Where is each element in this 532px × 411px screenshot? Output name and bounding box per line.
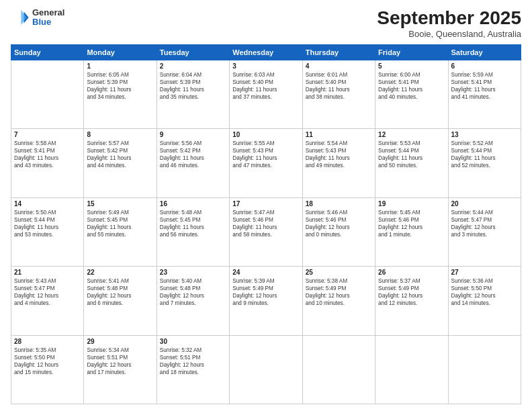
weekday-header-saturday: Saturday <box>448 44 521 60</box>
cell-info: Sunrise: 5:37 AM Sunset: 5:49 PM Dayligh… <box>378 277 445 307</box>
weekday-header-monday: Monday <box>84 44 157 60</box>
calendar-cell: 29Sunrise: 5:34 AM Sunset: 5:51 PM Dayli… <box>84 335 157 404</box>
day-number: 25 <box>306 269 372 276</box>
day-number: 19 <box>378 200 445 208</box>
cell-info: Sunrise: 5:49 AM Sunset: 5:45 PM Dayligh… <box>87 209 153 238</box>
calendar-cell: 3Sunrise: 6:03 AM Sunset: 5:40 PM Daylig… <box>230 60 302 128</box>
calendar-cell: 7Sunrise: 5:58 AM Sunset: 5:41 PM Daylig… <box>11 129 84 197</box>
day-number: 16 <box>160 200 226 208</box>
day-number: 21 <box>14 269 81 276</box>
cell-info: Sunrise: 5:58 AM Sunset: 5:41 PM Dayligh… <box>14 140 81 169</box>
svg-marker-1 <box>21 10 26 25</box>
day-number: 29 <box>87 338 153 345</box>
day-number: 12 <box>378 131 445 138</box>
calendar-cell: 25Sunrise: 5:38 AM Sunset: 5:49 PM Dayli… <box>302 267 375 335</box>
day-number: 24 <box>232 269 299 276</box>
calendar-cell: 17Sunrise: 5:47 AM Sunset: 5:46 PM Dayli… <box>230 197 302 266</box>
cell-info: Sunrise: 5:59 AM Sunset: 5:41 PM Dayligh… <box>451 71 518 101</box>
day-number: 18 <box>306 200 372 208</box>
day-number: 17 <box>232 200 299 208</box>
calendar-cell <box>375 335 448 404</box>
page: General Blue September 2025 Booie, Queen… <box>0 0 532 411</box>
week-row-4: 21Sunrise: 5:43 AM Sunset: 5:47 PM Dayli… <box>11 267 521 335</box>
day-number: 14 <box>14 200 81 208</box>
calendar-cell: 5Sunrise: 6:00 AM Sunset: 5:41 PM Daylig… <box>375 60 448 128</box>
calendar-cell: 19Sunrise: 5:45 AM Sunset: 5:46 PM Dayli… <box>375 197 448 266</box>
calendar-cell <box>302 335 375 404</box>
day-number: 20 <box>451 200 518 208</box>
calendar-cell: 2Sunrise: 6:04 AM Sunset: 5:39 PM Daylig… <box>157 60 229 128</box>
calendar-cell: 22Sunrise: 5:41 AM Sunset: 5:48 PM Dayli… <box>84 267 157 335</box>
cell-info: Sunrise: 6:00 AM Sunset: 5:41 PM Dayligh… <box>378 71 445 101</box>
day-number: 26 <box>378 269 445 276</box>
calendar-cell: 23Sunrise: 5:40 AM Sunset: 5:48 PM Dayli… <box>157 267 229 335</box>
day-number: 8 <box>87 131 153 138</box>
cell-info: Sunrise: 5:40 AM Sunset: 5:48 PM Dayligh… <box>160 277 226 307</box>
weekday-header-thursday: Thursday <box>302 44 375 60</box>
cell-info: Sunrise: 5:57 AM Sunset: 5:42 PM Dayligh… <box>87 140 153 169</box>
weekday-header-row: SundayMondayTuesdayWednesdayThursdayFrid… <box>11 44 521 60</box>
cell-info: Sunrise: 5:36 AM Sunset: 5:50 PM Dayligh… <box>451 277 518 307</box>
cell-info: Sunrise: 6:03 AM Sunset: 5:40 PM Dayligh… <box>232 71 299 101</box>
calendar-cell: 9Sunrise: 5:56 AM Sunset: 5:42 PM Daylig… <box>157 129 229 197</box>
day-number: 4 <box>306 62 372 70</box>
month-title: September 2025 <box>377 8 521 29</box>
cell-info: Sunrise: 5:46 AM Sunset: 5:46 PM Dayligh… <box>306 209 372 238</box>
day-number: 3 <box>232 62 299 70</box>
cell-info: Sunrise: 5:47 AM Sunset: 5:46 PM Dayligh… <box>232 209 299 238</box>
cell-info: Sunrise: 5:54 AM Sunset: 5:43 PM Dayligh… <box>306 140 372 169</box>
week-row-1: 1Sunrise: 6:05 AM Sunset: 5:39 PM Daylig… <box>11 60 521 128</box>
logo-blue: Blue <box>32 17 64 27</box>
calendar-cell: 28Sunrise: 5:35 AM Sunset: 5:50 PM Dayli… <box>11 335 84 404</box>
cell-info: Sunrise: 6:05 AM Sunset: 5:39 PM Dayligh… <box>87 71 153 101</box>
day-number: 13 <box>451 131 518 138</box>
day-number: 27 <box>451 269 518 276</box>
cell-info: Sunrise: 5:53 AM Sunset: 5:44 PM Dayligh… <box>378 140 445 169</box>
cell-info: Sunrise: 5:35 AM Sunset: 5:50 PM Dayligh… <box>14 347 81 376</box>
day-number: 5 <box>378 62 445 70</box>
calendar-cell: 13Sunrise: 5:52 AM Sunset: 5:44 PM Dayli… <box>448 129 521 197</box>
cell-info: Sunrise: 6:01 AM Sunset: 5:40 PM Dayligh… <box>306 71 372 101</box>
header: General Blue September 2025 Booie, Queen… <box>11 8 521 39</box>
cell-info: Sunrise: 5:44 AM Sunset: 5:47 PM Dayligh… <box>451 209 518 238</box>
calendar-cell: 26Sunrise: 5:37 AM Sunset: 5:49 PM Dayli… <box>375 267 448 335</box>
weekday-header-friday: Friday <box>375 44 448 60</box>
cell-info: Sunrise: 5:32 AM Sunset: 5:51 PM Dayligh… <box>160 347 226 376</box>
calendar-table: SundayMondayTuesdayWednesdayThursdayFrid… <box>11 44 521 404</box>
weekday-header-wednesday: Wednesday <box>230 44 302 60</box>
cell-info: Sunrise: 5:56 AM Sunset: 5:42 PM Dayligh… <box>160 140 226 169</box>
title-section: September 2025 Booie, Queensland, Austra… <box>377 8 521 39</box>
calendar-cell <box>448 335 521 404</box>
day-number: 15 <box>87 200 153 208</box>
calendar-cell: 11Sunrise: 5:54 AM Sunset: 5:43 PM Dayli… <box>302 129 375 197</box>
day-number: 10 <box>232 131 299 138</box>
calendar-cell: 4Sunrise: 6:01 AM Sunset: 5:40 PM Daylig… <box>302 60 375 128</box>
day-number: 11 <box>306 131 372 138</box>
weekday-header-sunday: Sunday <box>11 44 84 60</box>
calendar-cell: 27Sunrise: 5:36 AM Sunset: 5:50 PM Dayli… <box>448 267 521 335</box>
day-number: 2 <box>160 62 226 70</box>
calendar-cell: 20Sunrise: 5:44 AM Sunset: 5:47 PM Dayli… <box>448 197 521 266</box>
calendar-cell: 24Sunrise: 5:39 AM Sunset: 5:49 PM Dayli… <box>230 267 302 335</box>
cell-info: Sunrise: 5:52 AM Sunset: 5:44 PM Dayligh… <box>451 140 518 169</box>
calendar-cell: 14Sunrise: 5:50 AM Sunset: 5:44 PM Dayli… <box>11 197 84 266</box>
day-number: 30 <box>160 338 226 345</box>
day-number: 6 <box>451 62 518 70</box>
week-row-5: 28Sunrise: 5:35 AM Sunset: 5:50 PM Dayli… <box>11 335 521 404</box>
week-row-2: 7Sunrise: 5:58 AM Sunset: 5:41 PM Daylig… <box>11 129 521 197</box>
cell-info: Sunrise: 5:43 AM Sunset: 5:47 PM Dayligh… <box>14 277 81 307</box>
logo: General Blue <box>11 8 64 28</box>
calendar-cell <box>11 60 84 128</box>
logo-text: General Blue <box>32 8 64 28</box>
calendar-cell: 8Sunrise: 5:57 AM Sunset: 5:42 PM Daylig… <box>84 129 157 197</box>
day-number: 23 <box>160 269 226 276</box>
day-number: 22 <box>87 269 153 276</box>
calendar-cell: 6Sunrise: 5:59 AM Sunset: 5:41 PM Daylig… <box>448 60 521 128</box>
cell-info: Sunrise: 5:39 AM Sunset: 5:49 PM Dayligh… <box>232 277 299 307</box>
weekday-header-tuesday: Tuesday <box>157 44 229 60</box>
day-number: 9 <box>160 131 226 138</box>
calendar-cell <box>230 335 302 404</box>
cell-info: Sunrise: 5:45 AM Sunset: 5:46 PM Dayligh… <box>378 209 445 238</box>
calendar-cell: 12Sunrise: 5:53 AM Sunset: 5:44 PM Dayli… <box>375 129 448 197</box>
cell-info: Sunrise: 5:38 AM Sunset: 5:49 PM Dayligh… <box>306 277 372 307</box>
